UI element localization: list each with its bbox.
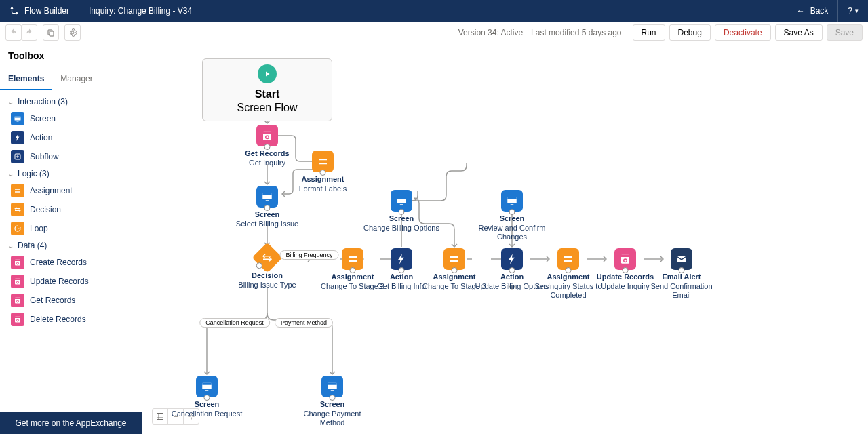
svg-rect-31 — [507, 197, 517, 199]
svg-rect-34 — [621, 254, 629, 257]
arrow-left-icon: ← — [797, 6, 805, 16]
version-text: Version 34: Active—Last modified 5 days … — [458, 28, 622, 37]
rec-icon — [614, 248, 636, 270]
svg-rect-28 — [397, 197, 406, 199]
svg-rect-3 — [50, 31, 54, 36]
appexchange-link[interactable]: Get more on the AppExchange — [0, 412, 142, 434]
palette-loop[interactable]: Loop — [0, 219, 142, 238]
svg-rect-25 — [262, 193, 272, 195]
edge-label: Cancellation Request — [199, 318, 270, 328]
chevron-down-icon — [8, 97, 14, 106]
toolbox-title: Toolbox — [0, 43, 142, 68]
element-tree: Interaction (3)ScreenActionSubflowLogic … — [0, 90, 142, 412]
group-data[interactable]: Data (4) — [0, 238, 142, 253]
node-scr4[interactable]: ScreenCancellation Request — [166, 376, 248, 418]
tab-manager[interactable]: Manager — [52, 68, 100, 90]
bolt-icon — [501, 248, 523, 270]
dia-icon — [11, 203, 24, 216]
svg-rect-12 — [15, 279, 20, 281]
rec-icon — [11, 256, 24, 269]
group-interaction[interactable]: Interaction (3) — [0, 94, 142, 109]
palette-get-records[interactable]: Get Records — [0, 291, 142, 310]
svg-rect-9 — [15, 260, 20, 262]
eq-icon — [443, 248, 465, 270]
svg-rect-26 — [266, 200, 269, 201]
sub-icon — [11, 150, 24, 163]
eq-icon — [11, 184, 24, 197]
screen-icon — [501, 190, 523, 212]
app-brand: Flow Builder — [0, 6, 79, 16]
svg-rect-5 — [15, 117, 21, 118]
chevron-down-icon — [8, 169, 14, 178]
env-icon — [671, 248, 692, 270]
node-scr2[interactable]: ScreenChange Billing Options — [361, 190, 442, 233]
play-icon — [258, 64, 277, 83]
canvas[interactable]: − StartScreen FlowGet RecordsGet Inquiry… — [142, 43, 868, 434]
svg-point-0 — [11, 7, 14, 10]
svg-rect-20 — [157, 414, 163, 420]
bolt-icon — [11, 131, 24, 144]
palette-action[interactable]: Action — [0, 128, 142, 147]
svg-rect-39 — [205, 390, 209, 391]
rec-icon — [11, 275, 24, 288]
settings-button[interactable] — [64, 24, 81, 41]
eq-icon — [312, 151, 334, 172]
svg-rect-15 — [15, 298, 20, 300]
back-button[interactable]: ← Back — [787, 0, 838, 22]
redo-button[interactable] — [21, 24, 37, 41]
rec-icon — [11, 294, 24, 307]
svg-rect-38 — [202, 383, 212, 385]
deactivate-button[interactable]: Deactivate — [715, 24, 771, 41]
rec-icon — [256, 125, 278, 146]
palette-assignment[interactable]: Assignment — [0, 181, 142, 200]
screen-icon — [321, 376, 343, 397]
screen-icon — [391, 190, 412, 212]
palette-create-records[interactable]: Create Records — [0, 253, 142, 272]
svg-rect-29 — [400, 204, 403, 205]
bolt-icon — [391, 248, 412, 270]
node-scr3[interactable]: ScreenReview and Confirm Changes — [471, 190, 553, 242]
palette-decision[interactable]: Decision — [0, 200, 142, 219]
svg-rect-18 — [15, 317, 20, 319]
node-scr1[interactable]: ScreenSelect Billing Issue — [226, 186, 308, 229]
palette-subflow[interactable]: Subflow — [0, 147, 142, 166]
start-node[interactable]: StartScreen Flow — [202, 58, 332, 121]
node-scr5[interactable]: ScreenChange Payment Method — [292, 376, 373, 428]
loop-icon — [11, 222, 24, 235]
save-as-button[interactable]: Save As — [775, 24, 823, 41]
dia-icon — [252, 242, 282, 273]
rec-icon — [11, 313, 24, 326]
edge-label: Payment Method — [275, 318, 333, 328]
run-button[interactable]: Run — [633, 24, 665, 41]
undo-button[interactable] — [5, 24, 22, 41]
svg-rect-6 — [17, 121, 19, 122]
screen-icon — [11, 112, 24, 125]
edge-label: Billing Frequency — [279, 250, 338, 260]
chevron-down-icon: ▾ — [855, 7, 859, 14]
screen-icon — [256, 186, 278, 208]
app-name: Flow Builder — [24, 6, 69, 16]
node-eml[interactable]: Email AlertSend Confirmation Email — [641, 248, 722, 300]
eq-icon — [557, 248, 579, 270]
tab-elements[interactable]: Elements — [0, 68, 52, 90]
flow-title: Inquiry: Change Billing - V34 — [79, 6, 201, 16]
help-button[interactable]: ? ▾ — [837, 0, 868, 22]
group-logic[interactable]: Logic (3) — [0, 166, 142, 181]
palette-delete-records[interactable]: Delete Records — [0, 310, 142, 329]
svg-point-1 — [16, 12, 18, 15]
svg-rect-42 — [331, 390, 334, 391]
svg-rect-32 — [511, 204, 514, 205]
save-button[interactable]: Save — [827, 24, 863, 41]
palette-update-records[interactable]: Update Records — [0, 272, 142, 291]
svg-rect-41 — [328, 383, 337, 385]
screen-icon — [196, 376, 218, 397]
svg-rect-22 — [263, 131, 271, 134]
chevron-down-icon — [8, 241, 14, 250]
palette-screen[interactable]: Screen — [0, 109, 142, 128]
copy-button[interactable] — [43, 24, 59, 41]
debug-button[interactable]: Debug — [669, 24, 711, 41]
